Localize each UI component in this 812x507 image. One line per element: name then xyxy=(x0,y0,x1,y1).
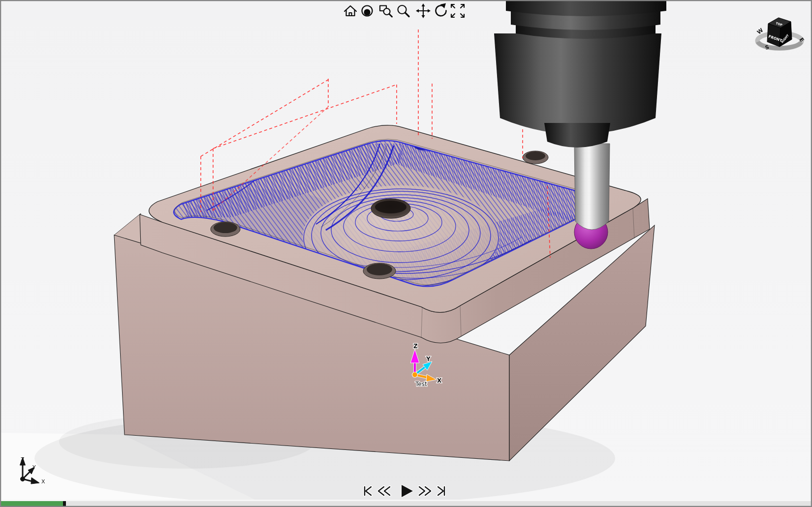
progress-track[interactable] xyxy=(1,501,811,506)
bolt-hole xyxy=(363,263,396,279)
progress-fill xyxy=(1,501,63,506)
simulation-window: Z Y X Test W S E TOP FRONT RIGHT Z Y X xyxy=(0,0,812,507)
progress-handle[interactable] xyxy=(63,501,66,506)
wcs-z-label: Z xyxy=(413,343,418,350)
viewport-3d[interactable]: Z Y X Test W S E TOP FRONT RIGHT Z Y X xyxy=(0,0,812,507)
tool-holder-body xyxy=(494,33,661,134)
wcs-name-label: Test xyxy=(415,381,427,388)
wcs-x-label: X xyxy=(437,377,442,384)
tool-shaft xyxy=(574,144,610,230)
view-z-label: Z xyxy=(21,456,25,463)
bolt-hole xyxy=(211,222,240,237)
dome-hole xyxy=(371,199,410,218)
tool-collet xyxy=(544,123,610,148)
view-origin xyxy=(21,477,25,481)
progress-bar-top-hairline xyxy=(1,500,811,501)
wcs-origin xyxy=(412,372,418,378)
view-y-label: Y xyxy=(32,464,36,471)
view-x-label: X xyxy=(41,478,45,485)
bolt-hole xyxy=(523,151,548,164)
wcs-y-label: Y xyxy=(426,356,431,362)
